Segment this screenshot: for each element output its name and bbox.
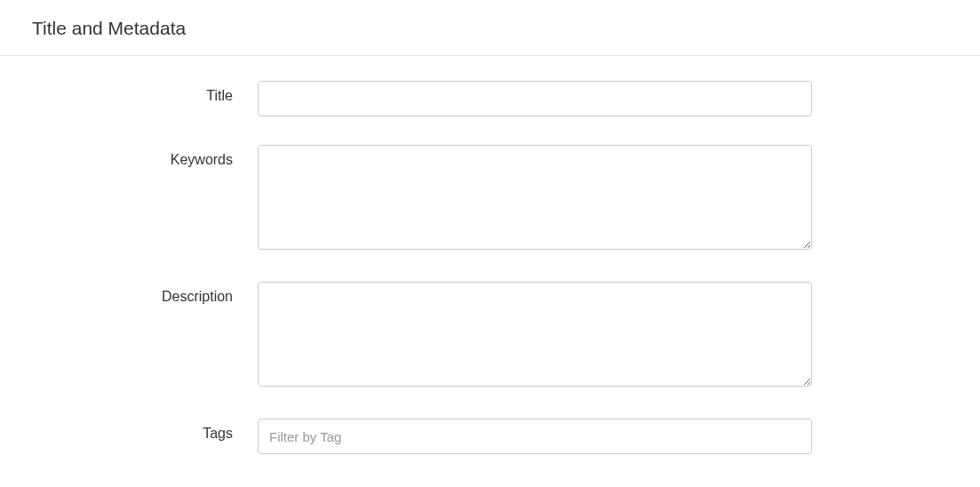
description-textarea[interactable] bbox=[258, 282, 812, 387]
tags-input[interactable] bbox=[258, 419, 812, 454]
description-row: Description bbox=[0, 282, 980, 390]
keywords-row: Keywords bbox=[0, 145, 980, 253]
title-input[interactable] bbox=[258, 81, 812, 116]
title-field-wrap bbox=[258, 81, 812, 116]
keywords-field-wrap bbox=[258, 145, 812, 253]
description-label: Description bbox=[0, 282, 258, 305]
title-label: Title bbox=[0, 81, 258, 104]
tags-label: Tags bbox=[0, 419, 258, 442]
tags-field-wrap bbox=[258, 419, 812, 454]
panel-header: Title and Metadata bbox=[0, 0, 980, 56]
title-row: Title bbox=[0, 81, 980, 116]
description-field-wrap bbox=[258, 282, 812, 390]
tags-row: Tags bbox=[0, 419, 980, 454]
panel-title: Title and Metadata bbox=[32, 18, 948, 39]
metadata-form: Title Keywords Description Tags bbox=[0, 56, 980, 454]
keywords-textarea[interactable] bbox=[258, 145, 812, 250]
keywords-label: Keywords bbox=[0, 145, 258, 168]
